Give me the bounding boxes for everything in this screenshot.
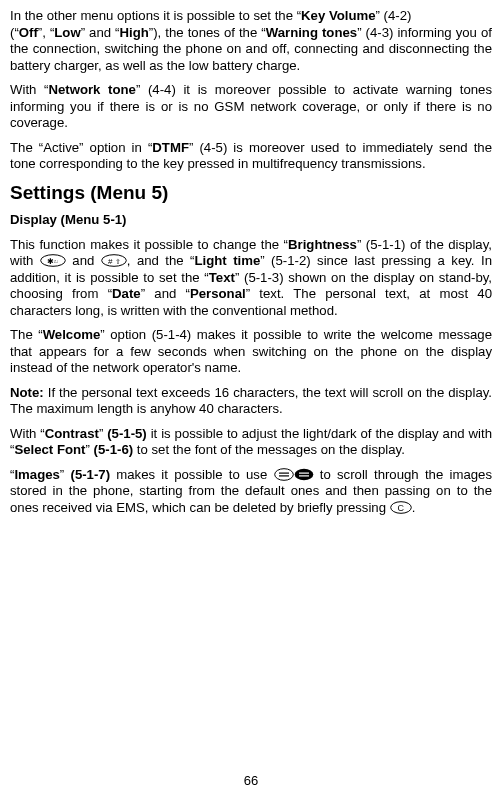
paragraph-key-volume: In the other menu options it is possible… xyxy=(10,8,492,74)
text: The “Active” option in “ xyxy=(10,140,152,155)
key-down-icon xyxy=(294,468,314,481)
bold-welcome: Welcome xyxy=(43,327,101,342)
text: ” and “ xyxy=(81,25,120,40)
bold-517: (5-1-7) xyxy=(70,467,110,482)
paragraph-welcome: The “Welcome” option (5-1-4) makes it po… xyxy=(10,327,492,377)
bold-date: Date xyxy=(112,286,141,301)
text: to set the font of the messages on the d… xyxy=(133,442,405,457)
svg-text:⇧: ⇧ xyxy=(115,258,121,265)
paragraph-contrast: With “Contrast” (5-1-5) it is possible t… xyxy=(10,426,492,459)
bold-network-tone: Network tone xyxy=(48,82,136,97)
text: ” xyxy=(85,442,93,457)
bold-high: High xyxy=(120,25,149,40)
svg-text:#: # xyxy=(108,257,113,266)
heading-settings: Settings (Menu 5) xyxy=(10,181,492,205)
text: ” xyxy=(60,467,71,482)
svg-point-3 xyxy=(101,255,126,267)
heading-display: Display (Menu 5-1) xyxy=(10,212,492,229)
text: In the other menu options it is possible… xyxy=(10,8,301,23)
bold-516: (5-1-6) xyxy=(94,442,134,457)
text: The “ xyxy=(10,327,43,342)
text: ” xyxy=(99,426,107,441)
text: This function makes it possible to chang… xyxy=(10,237,288,252)
bold-light-time: Light time xyxy=(194,253,260,268)
key-star-icon: ✱⏍ xyxy=(40,254,66,267)
bold-dtmf: DTMF xyxy=(152,140,189,155)
paragraph-images: “Images” (5-1-7) makes it possible to us… xyxy=(10,467,492,517)
key-c-icon: C xyxy=(390,501,412,514)
text: and xyxy=(66,253,101,268)
bold-low: Low xyxy=(54,25,80,40)
text: (“ xyxy=(10,25,19,40)
bold-contrast: Contrast xyxy=(45,426,99,441)
svg-text:⏍: ⏍ xyxy=(54,258,58,264)
svg-rect-11 xyxy=(299,475,309,476)
bold-display-heading: Display (Menu 5-1) xyxy=(10,212,127,227)
bold-select-font: Select Font xyxy=(14,442,85,457)
key-hash-icon: #⇧ xyxy=(101,254,127,267)
text: , and the “ xyxy=(127,253,195,268)
paragraph-brightness: This function makes it possible to chang… xyxy=(10,237,492,320)
text: . xyxy=(412,500,416,515)
bold-warning-tones: Warning tones xyxy=(266,25,357,40)
bold-brightness: Brightness xyxy=(288,237,357,252)
text: ” (4-2) xyxy=(376,8,412,23)
text: makes it possible to use xyxy=(110,467,273,482)
page-number: 66 xyxy=(0,773,502,789)
bold-515: (5-1-5) xyxy=(107,426,147,441)
svg-point-9 xyxy=(294,468,313,480)
text: ”), the tones of the “ xyxy=(149,25,266,40)
bold-personal: Personal xyxy=(190,286,246,301)
key-up-icon xyxy=(274,468,294,481)
bold-images: Images xyxy=(14,467,59,482)
bold-text: Text xyxy=(209,270,235,285)
svg-rect-8 xyxy=(279,475,289,476)
paragraph-network-tone: With “Network tone” (4-4) it is moreover… xyxy=(10,82,492,132)
bold-off: Off xyxy=(19,25,38,40)
text: With “ xyxy=(10,426,45,441)
svg-text:C: C xyxy=(397,503,404,513)
svg-rect-10 xyxy=(299,472,309,473)
svg-text:✱: ✱ xyxy=(47,257,54,266)
text: With “ xyxy=(10,82,48,97)
svg-rect-7 xyxy=(279,472,289,473)
text: If the personal text exceeds 16 characte… xyxy=(10,385,492,417)
bold-key-volume: Key Volume xyxy=(301,8,376,23)
bold-note: Note: xyxy=(10,385,44,400)
svg-point-6 xyxy=(274,468,293,480)
paragraph-dtmf: The “Active” option in “DTMF” (4-5) is m… xyxy=(10,140,492,173)
text: ” and “ xyxy=(141,286,190,301)
paragraph-note: Note: If the personal text exceeds 16 ch… xyxy=(10,385,492,418)
text: ”, “ xyxy=(38,25,54,40)
